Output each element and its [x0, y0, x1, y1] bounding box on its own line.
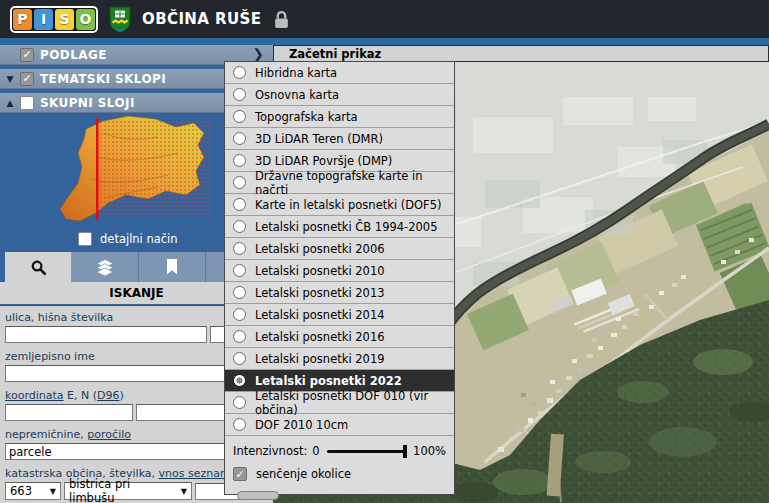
intensity-max: 100%	[413, 444, 446, 458]
basemap-option-label: Letalski posnetki 2010	[255, 264, 385, 278]
detail-mode-row: detajlni način	[78, 232, 178, 246]
layers-icon	[95, 259, 115, 276]
shading-checkbox[interactable]	[233, 467, 247, 481]
lock-icon[interactable]	[274, 10, 289, 29]
basemap-option-label: Letalski posnetki 2006	[255, 242, 385, 256]
basemap-option-label: Letalski posnetki 2022	[255, 374, 402, 388]
basemap-option[interactable]: Topografska karta	[225, 106, 454, 128]
radio-icon[interactable]	[233, 418, 246, 431]
basemap-option-label: Letalski posnetki DOF 010 (vir občina)	[255, 389, 454, 417]
select-value: 663	[10, 484, 32, 498]
radio-icon[interactable]	[233, 88, 246, 101]
basemap-option-label: Hibridna karta	[255, 66, 337, 80]
radio-icon[interactable]	[233, 352, 246, 365]
top-header: PISO OBČINA RUŠE	[0, 0, 769, 38]
accent-bar	[0, 38, 769, 45]
search-input[interactable]	[5, 365, 229, 382]
basemap-option-label: Topografska karta	[255, 110, 358, 124]
basemap-option-label: Letalski posnetki 2013	[255, 286, 385, 300]
panel-label: TEMATSKI SKLOPI	[40, 72, 166, 86]
panel-label: SKUPNI SLOJI	[40, 96, 135, 110]
basemap-option[interactable]: Osnovna karta	[225, 84, 454, 106]
panel-checkbox[interactable]	[20, 48, 34, 62]
tab-search[interactable]	[5, 252, 72, 282]
municipality-coat-of-arms	[109, 6, 131, 33]
search-link[interactable]: D96	[97, 389, 119, 402]
basemap-option[interactable]: Letalski posnetki 2014	[225, 304, 454, 326]
basemap-option[interactable]: Hibridna karta	[225, 62, 454, 84]
radio-icon[interactable]	[233, 374, 246, 387]
collapse-icon[interactable]: ▼	[0, 74, 20, 84]
piso-logo-tile: P	[13, 9, 32, 30]
bookmark-icon	[166, 259, 178, 275]
radio-icon[interactable]	[233, 66, 246, 79]
basemap-option-label: 3D LiDAR Teren (DMR)	[255, 132, 383, 146]
radio-icon[interactable]	[233, 220, 246, 233]
basemap-option-label: Letalski posnetki 2016	[255, 330, 385, 344]
scrollbar-thumb[interactable]	[237, 491, 279, 500]
basemap-option-label: Osnovna karta	[255, 88, 339, 102]
tab-bookmark[interactable]	[139, 252, 206, 282]
radio-icon[interactable]	[233, 154, 246, 167]
radio-icon[interactable]	[233, 264, 246, 277]
panel-checkbox[interactable]	[20, 72, 34, 86]
intensity-label: Intenzivnost:	[233, 444, 307, 458]
basemap-option[interactable]: Letalski posnetki 2013	[225, 282, 454, 304]
radio-icon[interactable]	[233, 308, 246, 321]
tab-layers[interactable]	[72, 252, 139, 282]
search-input[interactable]	[5, 326, 207, 343]
detail-mode-label: detajlni način	[100, 232, 178, 246]
basemap-option[interactable]: Karte in letalski posnetki (DOF5)	[225, 194, 454, 216]
piso-logo-tile: S	[55, 9, 74, 30]
radio-icon[interactable]	[233, 176, 246, 189]
search-input[interactable]	[5, 404, 133, 421]
initial-view-label: Začetni prikaz	[289, 47, 381, 61]
municipality-name: OBČINA RUŠE	[142, 10, 261, 28]
basemap-option[interactable]: Letalski posnetki 2016	[225, 326, 454, 348]
radio-icon[interactable]	[233, 286, 246, 299]
expand-icon[interactable]: ▲	[0, 98, 20, 108]
intensity-slider[interactable]	[327, 450, 406, 453]
basemap-option[interactable]: Letalski posnetki DOF 010 (vir občina)	[225, 392, 454, 414]
intensity-slider-handle[interactable]	[403, 445, 407, 458]
basemap-option[interactable]: DOF 2010 10cm	[225, 414, 454, 436]
search-input[interactable]	[136, 404, 236, 421]
radio-icon[interactable]	[233, 330, 246, 343]
basemap-dropdown: Hibridna kartaOsnovna kartaTopografska k…	[224, 61, 455, 495]
terrain-preview	[8, 113, 215, 227]
basemap-option[interactable]: Letalski posnetki ČB 1994-2005	[225, 216, 454, 238]
radio-icon[interactable]	[233, 110, 246, 123]
basemap-option[interactable]: 3D LiDAR Teren (DMR)	[225, 128, 454, 150]
search-select[interactable]: bistrica pri limbušu▼	[64, 482, 192, 500]
search-link[interactable]: koordinata	[5, 389, 64, 402]
basemap-option-label: 3D LiDAR Površje (DMP)	[255, 154, 392, 168]
radio-icon[interactable]	[233, 242, 246, 255]
initial-view-bar[interactable]: Začetni prikaz	[273, 45, 769, 62]
basemap-option[interactable]: Letalski posnetki 2010	[225, 260, 454, 282]
basemap-option-label: Letalski posnetki ČB 1994-2005	[255, 220, 438, 234]
radio-icon[interactable]	[233, 198, 246, 211]
basemap-option-label: Karte in letalski posnetki (DOF5)	[255, 198, 442, 212]
chevron-down-icon: ▼	[50, 487, 56, 496]
basemap-option[interactable]: Letalski posnetki 2019	[225, 348, 454, 370]
basemap-option[interactable]: Državne topografske karte in načrti	[225, 172, 454, 194]
search-input[interactable]	[5, 443, 229, 460]
search-link[interactable]: poročilo	[87, 428, 131, 441]
shading-row: senčenje okolice	[233, 467, 446, 481]
radio-icon[interactable]	[233, 132, 246, 145]
basemap-option[interactable]: Letalski posnetki 2006	[225, 238, 454, 260]
search-icon	[30, 259, 47, 276]
intensity-row: Intenzivnost: 0 100%	[233, 444, 446, 458]
radio-icon[interactable]	[233, 396, 246, 409]
search-title: ISKANJE	[109, 286, 163, 300]
intensity-min: 0	[312, 444, 319, 458]
select-value: bistrica pri limbušu	[69, 477, 177, 503]
detail-mode-checkbox[interactable]	[78, 232, 92, 246]
basemap-option-label: Letalski posnetki 2019	[255, 352, 385, 366]
basemap-option-label: DOF 2010 10cm	[255, 418, 348, 432]
chevron-down-icon: ▼	[181, 487, 187, 496]
search-select[interactable]: 663▼	[5, 482, 61, 500]
panel-checkbox[interactable]	[20, 96, 34, 110]
basemap-option-label: Letalski posnetki 2014	[255, 308, 385, 322]
panel-label: PODLAGE	[40, 48, 107, 62]
